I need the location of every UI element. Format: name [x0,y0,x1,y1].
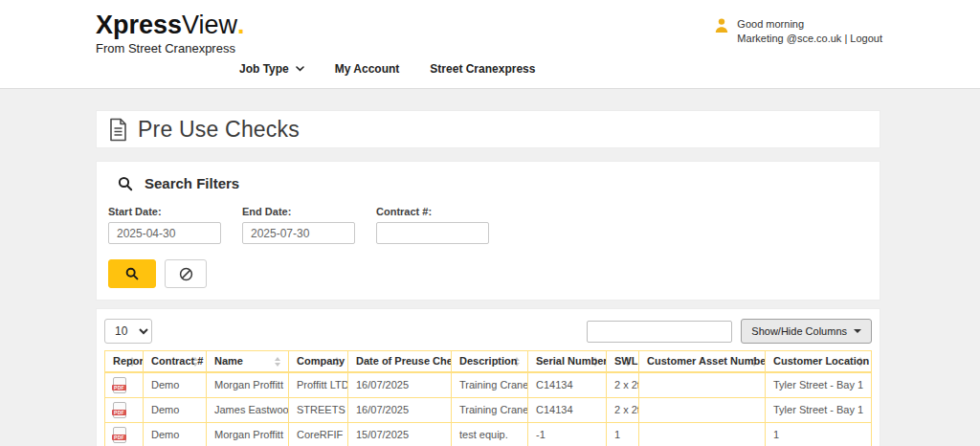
column-header-contract[interactable]: Contract # [144,351,207,373]
table-cell: test equip. [452,423,528,446]
contract-number-input[interactable] [376,222,489,244]
table-cell: 16/07/2025 [348,398,452,423]
filters-actions [108,259,868,288]
ban-icon [179,267,193,281]
page-title: Pre Use Checks [138,117,300,143]
user-email: Marketing @sce.co.uk [737,33,841,44]
report-cell: PDF [105,372,144,398]
search-icon [118,176,133,191]
toolbar-right: Show/Hide Columns [587,319,872,344]
pdf-icon-label: PDF [112,385,126,390]
table-body: PDFDemoMorgan ProffittProffitt LTD16/07/… [105,372,872,446]
column-header-label: SWL [614,355,637,367]
column-header-label: Date of Preuse Check [356,355,452,367]
table-cell: Tyler Street - Bay 1 [766,372,872,398]
table-row: PDFDemoMorgan ProffittCoreRFIF15/07/2025… [105,423,872,446]
column-header-label: Report [113,355,144,367]
table-cell: 2 x 2t [607,398,639,423]
table-toolbar: 10 Show/Hide Columns [104,319,872,344]
column-header-date-of-preuse-check: Date of Preuse Check [348,351,452,373]
page-title-card: Pre Use Checks [96,110,880,148]
nav-my-account[interactable]: My Account [335,62,400,76]
column-header-label: Serial Number [536,355,607,367]
table-cell: 15/07/2025 [348,423,452,446]
column-header-customer-asset-number[interactable]: Customer Asset Number [639,351,766,373]
sort-icon[interactable] [275,357,280,367]
nav-job-type-label: Job Type [239,62,289,76]
table-row: PDFDemoMorgan ProffittProffitt LTD16/07/… [105,372,872,398]
start-date-field: Start Date: [108,206,221,244]
contract-number-field: Contract #: [376,206,489,244]
table-search-input[interactable] [587,321,732,343]
show-hide-columns-label: Show/Hide Columns [751,325,847,337]
pdf-icon[interactable]: PDF [113,427,126,443]
logo-dot: . [237,11,245,39]
column-header-serial-number[interactable]: Serial Number [528,351,607,373]
table-cell: Morgan Proffitt [207,372,289,398]
search-button[interactable] [108,259,156,288]
user-separator: | [841,33,850,44]
page-size-select[interactable]: 10 [104,319,152,344]
table-cell: Demo [144,398,207,423]
table-cell: Tyler Street - Bay 1 [766,398,872,423]
start-date-input[interactable] [108,222,221,244]
pdf-icon[interactable]: PDF [113,377,126,393]
contract-number-label: Contract #: [376,206,489,217]
table-cell [639,423,766,446]
start-date-label: Start Date: [108,206,221,217]
nav-street-cranexpress[interactable]: Street Cranexpress [430,62,535,76]
chevron-down-icon [296,66,304,72]
column-header-label: Contract # [151,355,203,367]
column-header-description[interactable]: Description [452,351,528,373]
table-cell: Training Crane [452,372,528,398]
filters-heading: Search Filters [145,175,239,191]
column-header-label: Description [459,355,518,367]
end-date-label: End Date: [242,206,355,217]
table-cell: CoreRFIF [289,423,348,446]
table-cell: 16/07/2025 [348,372,452,398]
document-icon [108,118,128,142]
table-cell: James Eastwood [207,398,289,423]
table-cell: 2 x 2t [607,372,639,398]
nav-my-account-label: My Account [335,62,400,76]
search-icon [125,267,139,280]
column-header-label: Company [297,355,345,367]
column-header-report[interactable]: Report [105,351,144,373]
main-content: Pre Use Checks Search Filters Start Date… [96,110,880,446]
column-header-name[interactable]: Name [207,351,289,373]
preuse-checks-table: ReportContract #NameCompanyDate of Preus… [104,350,872,446]
table-cell: -1 [528,423,607,446]
pdf-icon-label: PDF [112,410,126,415]
table-cell: Demo [144,423,207,446]
filters-fields: Start Date: End Date: Contract #: [108,206,868,244]
show-hide-columns-button[interactable]: Show/Hide Columns [741,319,872,344]
filters-heading-row: Search Filters [108,175,868,191]
clear-filters-button[interactable] [165,259,207,288]
user-icon [714,17,729,33]
logout-link[interactable]: Logout [850,33,882,44]
logo-text-light: View [182,11,237,39]
table-row: PDFDemoJames EastwoodSTREETS16/07/2025Tr… [105,398,872,423]
pdf-icon[interactable]: PDF [113,402,126,418]
logo[interactable]: XpressView. From Street Cranexpress [96,11,245,56]
caret-down-icon [854,329,861,333]
table-header-row: ReportContract #NameCompanyDate of Preus… [105,351,872,373]
table-cell [639,398,766,423]
table-cell: 1 [766,423,872,446]
nav-job-type[interactable]: Job Type [239,62,304,76]
end-date-input[interactable] [242,222,355,244]
table-cell [639,372,766,398]
logo-wordmark: XpressView. [96,11,245,39]
user-account-line: Marketing @sce.co.uk | Logout [737,32,882,46]
report-cell: PDF [105,423,144,446]
column-header-company[interactable]: Company [289,351,348,373]
nav-street-cranexpress-label: Street Cranexpress [430,62,535,76]
user-info: Good morning Marketing @sce.co.uk | Logo… [714,17,882,46]
logo-text-bold: Xpress [96,11,182,39]
table-cell: Demo [144,372,207,398]
pdf-icon-label: PDF [112,435,126,440]
table-cell: C14134 [528,372,607,398]
column-header-customer-location[interactable]: Customer Location [766,351,872,373]
user-greeting: Good morning [737,17,882,32]
column-header-swl[interactable]: SWL [607,351,639,373]
